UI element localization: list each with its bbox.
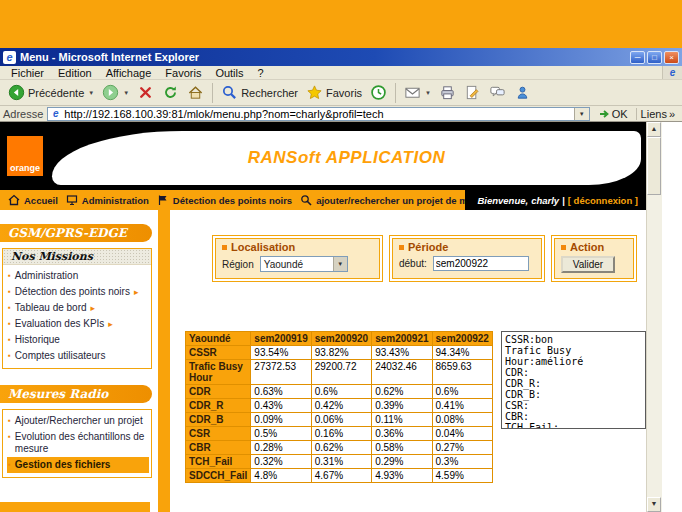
scroll-up-button[interactable]: ▲ <box>647 122 661 137</box>
kpi-value-cell: 0.27% <box>432 441 492 455</box>
sidebar-mission-item[interactable]: ▪Administration <box>7 268 149 284</box>
vertical-scrollbar[interactable]: ▲ ▼ <box>646 122 662 512</box>
debut-input[interactable] <box>433 256 529 271</box>
page-favicon: e <box>50 108 61 119</box>
search-icon <box>221 84 238 101</box>
menu-fichier[interactable]: Fichier <box>4 67 51 79</box>
menu-favoris[interactable]: Favoris <box>158 67 208 79</box>
stop-button[interactable] <box>133 83 158 102</box>
forward-button[interactable]: ▼ <box>98 83 133 102</box>
address-dropdown-icon[interactable]: ▼ <box>574 108 589 120</box>
kpi-value-cell: 93.43% <box>372 346 432 360</box>
sidebar-mission-item[interactable]: ▪Evaluation des KPIs▸ <box>7 316 149 332</box>
select-dropdown-icon[interactable]: ▼ <box>333 257 347 271</box>
sidebar-mission-item[interactable]: ▪Tableau de bord▸ <box>7 300 149 316</box>
address-input[interactable]: e http://192.168.100.39:81/mlok/menu.php… <box>47 107 589 121</box>
links-button[interactable]: Liens » <box>636 108 679 120</box>
kpi-row-label: Trafic Busy Hour <box>186 360 251 385</box>
toolbar-separator <box>395 83 396 103</box>
search-button[interactable]: Rechercher <box>217 83 302 102</box>
home-icon <box>187 84 204 101</box>
missions-box: Nos Missions ▪Administration▪Détection d… <box>2 248 152 369</box>
bullet-icon: ▪ <box>8 302 11 314</box>
bullet-icon: ▪ <box>8 431 11 443</box>
refresh-button[interactable] <box>158 83 183 102</box>
discuss-bubbles-icon <box>489 84 506 101</box>
back-dropdown-icon[interactable]: ▼ <box>88 90 94 96</box>
scroll-thumb[interactable] <box>647 137 661 195</box>
favorites-star-icon <box>306 84 323 101</box>
periode-fieldset: Période début: <box>392 238 542 279</box>
main-navbar: Accueil Administration Détection des poi… <box>0 190 646 210</box>
kpi-column-header: sem200919 <box>251 332 311 346</box>
go-button[interactable]: OK <box>594 108 632 120</box>
comments-textarea[interactable]: CSSR:bon Trafic Busy Hour:amélioré CDR: … <box>501 331 646 429</box>
edit-button[interactable] <box>460 83 485 102</box>
welcome-box: Bienvenue, charly | [ déconnexion ] <box>465 190 646 210</box>
kpi-table-row: CBR0.28%0.62%0.58%0.27% <box>186 441 493 455</box>
sidebar-item-label: Tableau de bord <box>15 302 87 314</box>
minimize-button[interactable]: ─ <box>630 51 645 64</box>
kpi-row-label: SDCCH_Fail <box>186 469 251 483</box>
sidebar-mission-item[interactable]: ▪Détection des points noirs▸ <box>7 284 149 300</box>
nav-accueil-label: Accueil <box>24 195 58 206</box>
home-button[interactable] <box>183 83 208 102</box>
links-chevron-icon: » <box>669 108 675 120</box>
logout-link[interactable]: [ déconnexion ] <box>568 195 638 206</box>
nav-ajouter-rechercher[interactable]: ajouter/rechercher un projet de mesure <box>300 194 493 206</box>
go-arrow-icon <box>598 108 610 120</box>
history-button[interactable] <box>366 83 391 102</box>
messenger-button[interactable] <box>510 83 535 102</box>
orange-logo-text: orange <box>10 163 40 173</box>
discuss-button[interactable] <box>485 83 510 102</box>
region-select[interactable]: Yaoundé ▼ <box>260 256 348 272</box>
close-button[interactable]: × <box>664 51 679 64</box>
nav-administration[interactable]: Administration <box>66 194 149 206</box>
menu-affichage[interactable]: Affichage <box>99 67 159 79</box>
bullet-icon: ▪ <box>8 318 11 330</box>
sidebar-item-label: Comptes utilisateurs <box>15 350 106 362</box>
forward-dropdown-icon[interactable]: ▼ <box>123 90 129 96</box>
sidebar-item-label: Historique <box>15 334 60 346</box>
history-clock-icon <box>370 84 387 101</box>
mail-dropdown-icon[interactable]: ▼ <box>425 90 431 96</box>
bullet-icon: ▪ <box>8 459 11 471</box>
desktop-orange-strip <box>0 0 682 48</box>
kpi-value-cell: 0.09% <box>251 413 311 427</box>
print-button[interactable] <box>435 83 460 102</box>
bullet-icon: ▪ <box>8 415 11 427</box>
kpi-value-cell: 0.29% <box>372 455 432 469</box>
sidebar-radio-item[interactable]: ▪Evolution des échantillons de mesure <box>7 429 149 457</box>
sidebar-radio-item[interactable]: ▪Gestion des fichiers <box>7 457 149 473</box>
kpi-table-row: SDCCH_Fail4.8%4.67%4.93%4.59% <box>186 469 493 483</box>
kpi-column-header: sem200921 <box>372 332 432 346</box>
kpi-value-cell: 0.58% <box>372 441 432 455</box>
kpi-value-cell: 0.63% <box>251 385 311 399</box>
sidebar-mission-item[interactable]: ▪Historique <box>7 332 149 348</box>
maximize-button[interactable]: □ <box>647 51 662 64</box>
valider-button[interactable]: Valider <box>561 256 615 273</box>
menu-outils[interactable]: Outils <box>208 67 250 79</box>
kpi-value-cell: 0.11% <box>372 413 432 427</box>
nav-detection[interactable]: Détection des points noirs <box>157 194 292 206</box>
bullet-square-icon <box>222 245 227 250</box>
ie-logo-icon: e <box>662 66 682 79</box>
back-button[interactable]: Précédente ▼ <box>4 83 98 102</box>
kpi-value-cell: 29200.72 <box>311 360 371 385</box>
sidebar-mission-item[interactable]: ▪Comptes utilisateurs <box>7 348 149 364</box>
sidebar-radio-item[interactable]: ▪Ajouter/Rechercher un projet <box>7 413 149 429</box>
back-icon <box>8 84 25 101</box>
edit-page-icon <box>464 84 481 101</box>
menu-aide[interactable]: ? <box>251 67 271 79</box>
browser-toolbar: Précédente ▼ ▼ Rechercher Favoris ▼ <box>0 80 682 106</box>
kpi-table-row: CSSR93.54%93.82%93.43%94.34% <box>186 346 493 360</box>
favorites-button[interactable]: Favoris <box>302 83 366 102</box>
orange-divider <box>158 210 170 512</box>
data-area: Yaoundésem200919sem200920sem200921sem200… <box>185 331 646 483</box>
site-header: RANSoft APPLICATION orange <box>0 122 646 190</box>
kpi-value-cell: 0.62% <box>372 385 432 399</box>
menu-edition[interactable]: Edition <box>51 67 99 79</box>
mail-button[interactable]: ▼ <box>400 83 435 102</box>
scroll-down-button[interactable]: ▼ <box>647 497 661 512</box>
nav-accueil[interactable]: Accueil <box>8 194 58 206</box>
